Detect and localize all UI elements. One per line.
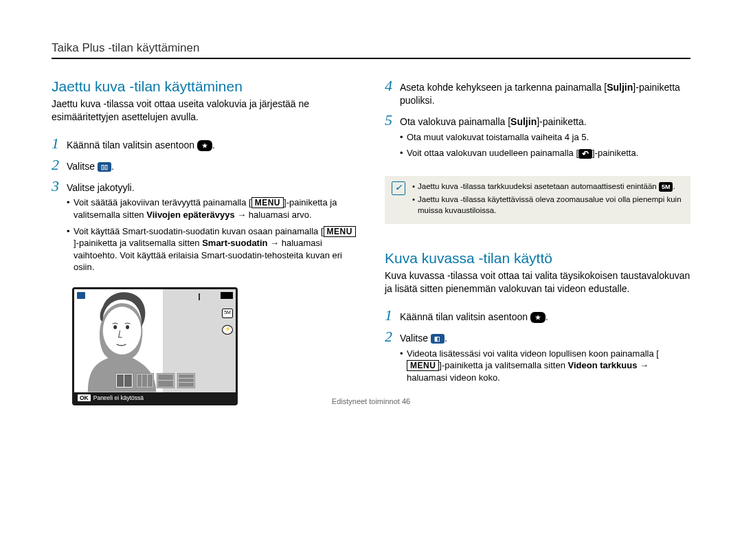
two-column-layout: Jaettu kuva -tilan käyttäminen Jaettu ku…: [52, 78, 690, 405]
step-text: Valitse: [400, 333, 431, 344]
sub-bullet: Videota lisätessäsi voi valita videon lo…: [400, 348, 690, 384]
section-title-split: Jaettu kuva -tilan käyttäminen: [52, 78, 357, 95]
step-number: 1: [52, 136, 67, 151]
step-1b: 1 Käännä tilan valitsin asentoon ★.: [385, 308, 690, 324]
page: Taika Plus -tilan käyttäminen Jaettu kuv…: [0, 0, 742, 419]
layout-option: [157, 373, 175, 388]
step-number: 1: [385, 308, 400, 323]
step-4: 4 Aseta kohde kehykseen ja tarkenna pain…: [385, 78, 690, 107]
layout-thumbnails: [115, 373, 195, 388]
note-icon: ✓: [392, 181, 405, 195]
sub-bullet: Voit käyttää Smart-suodatin-suodatin kuv…: [67, 225, 357, 273]
step-5: 5 Ota valokuva painamalla [Suljin]-paini…: [385, 113, 690, 164]
section-title-pip: Kuva kuvassa -tilan käyttö: [385, 250, 690, 267]
layout-option: [177, 373, 195, 388]
step-text: Valitse: [67, 161, 98, 172]
split-mode-icon: ▯▯: [98, 162, 111, 172]
menu-button-icon: MENU: [407, 360, 439, 371]
step-text: Aseta kohde kehykseen ja tarkenna painam…: [400, 82, 607, 93]
step-number: 5: [385, 113, 400, 128]
lcd-top-icons: [77, 292, 85, 299]
note-item: Jaettu kuva -tilassa käytettävissä oleva…: [412, 194, 684, 216]
step-3: 3 Valitse jakotyyli. Voit säätää jakovii…: [52, 179, 357, 278]
step-number: 2: [52, 157, 67, 172]
step-number: 2: [385, 329, 400, 344]
sub-bullet: Voit säätää jakoviivan terävyyttä painam…: [67, 197, 357, 221]
step-number: 3: [52, 179, 67, 194]
layout-option: [136, 373, 154, 388]
svg-point-1: [103, 306, 142, 355]
left-column: Jaettu kuva -tilan käyttäminen Jaettu ku…: [52, 78, 357, 405]
mode-indicator-icon: [77, 292, 85, 299]
step-text: Ota valokuva painamalla [: [400, 116, 510, 127]
page-footer: Edistyneet toiminnot 46: [0, 397, 742, 405]
lcd-screen: 5M ⚡: [74, 289, 236, 392]
step-text: Valitse jakotyyli.: [67, 182, 135, 193]
mode-dial-icon: ★: [197, 140, 212, 151]
right-column: 4 Aseta kohde kehykseen ja tarkenna pain…: [385, 78, 690, 405]
pip-mode-icon: ◧: [431, 334, 445, 344]
camera-preview: 5M ⚡ OK Paneeli ei käytössä: [72, 287, 238, 405]
layout-option: [115, 373, 133, 388]
resolution-icon: 5M: [659, 182, 673, 192]
sub-bullet: Voit ottaa valokuvan uudelleen painamall…: [400, 147, 690, 159]
step-text: Käännä tilan valitsin asentoon: [67, 139, 197, 150]
step-text: .: [212, 139, 215, 150]
note-item: Jaettu kuva -tilassa tarkkuudeksi asetet…: [412, 181, 684, 192]
page-header: Taika Plus -tilan käyttäminen: [52, 41, 690, 55]
note-box: ✓ Jaettu kuva -tilassa tarkkuudeksi aset…: [385, 176, 690, 225]
menu-button-icon: MENU: [324, 226, 356, 237]
step-2: 2 Valitse ▯▯.: [52, 157, 357, 173]
step-number: 4: [385, 78, 400, 93]
mode-dial-icon: ★: [530, 312, 546, 323]
svg-point-2: [113, 325, 117, 329]
single-shot-icon: [199, 293, 200, 300]
size-indicator-icon: 5M: [222, 309, 233, 318]
header-rule: [52, 58, 690, 59]
step-1: 1 Käännä tilan valitsin asentoon ★.: [52, 136, 357, 152]
battery-icon: [221, 292, 233, 299]
back-icon: ↶: [578, 149, 592, 159]
step-text: .: [445, 333, 447, 344]
svg-point-3: [126, 325, 129, 329]
section-intro: Jaettu kuva -tilassa voit ottaa useita v…: [52, 98, 357, 124]
sub-bullet: Ota muut valokuvat toistamalla vaiheita …: [400, 131, 690, 144]
step-text: Käännä tilan valitsin asentoon: [400, 311, 530, 322]
step-2b: 2 Valitse ◧. Videota lisätessäsi voi val…: [385, 329, 690, 388]
section-intro: Kuva kuvassa -tilassa voit ottaa tai val…: [385, 269, 690, 295]
menu-button-icon: MENU: [251, 197, 284, 208]
flash-icon: ⚡: [222, 325, 233, 335]
step-text: ]-painiketta.: [537, 116, 586, 127]
step-text: .: [111, 161, 114, 172]
step-text: .: [546, 311, 548, 322]
